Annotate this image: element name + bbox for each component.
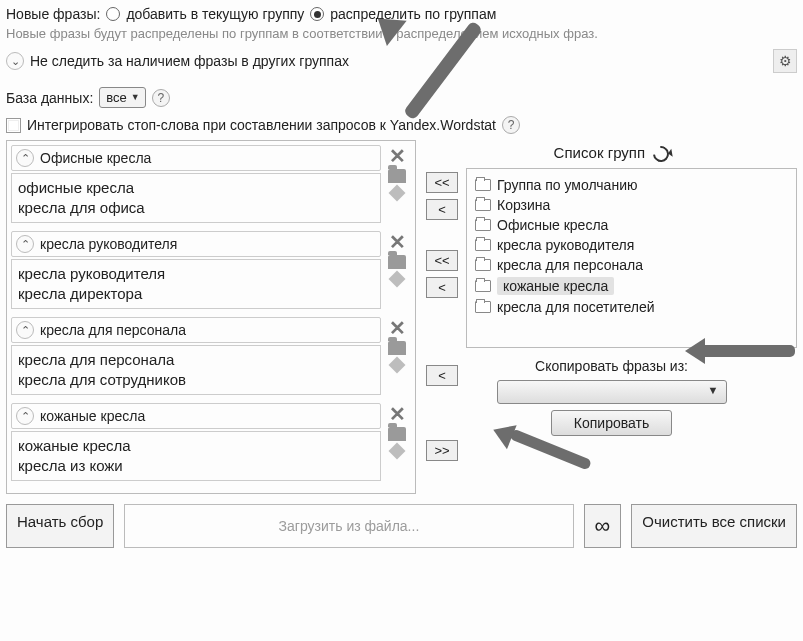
database-select[interactable]: все [99, 87, 146, 108]
folder-icon[interactable] [388, 427, 406, 441]
group-tree[interactable]: Группа по умолчанию Корзина Офисные крес… [466, 168, 797, 348]
radio-distribute-label: распределить по группам [330, 6, 496, 22]
integrate-stopwords-label: Интегрировать стоп-слова при составлении… [27, 117, 496, 133]
diamond-icon[interactable] [389, 185, 406, 202]
help-icon[interactable]: ? [152, 89, 170, 107]
group-header[interactable]: ⌃ кожаные кресла [11, 403, 381, 429]
group-header[interactable]: ⌃ Офисные кресла [11, 145, 381, 171]
diamond-icon[interactable] [389, 357, 406, 374]
close-icon[interactable]: ✕ [389, 319, 406, 337]
new-phrases-row: Новые фразы: добавить в текущую группу р… [6, 6, 797, 22]
folder-icon [475, 280, 491, 292]
folder-icon [475, 301, 491, 313]
radio-add-to-current[interactable] [106, 7, 120, 21]
phrase-group: ⌃ кожаные кресла кожаные кресла кресла и… [11, 403, 411, 481]
diamond-icon[interactable] [389, 271, 406, 288]
folder-icon [475, 259, 491, 271]
phrase-textarea[interactable]: кожаные кресла кресла из кожи [11, 431, 381, 481]
folder-icon[interactable] [388, 341, 406, 355]
chevron-up-icon[interactable]: ⌃ [16, 149, 34, 167]
phrase-textarea[interactable]: кресла для персонала кресла для сотрудни… [11, 345, 381, 395]
move-all-left-button[interactable]: << [426, 250, 458, 271]
copy-button[interactable]: Копировать [551, 410, 672, 436]
radio-add-to-current-label: добавить в текущую группу [126, 6, 304, 22]
group-title: кожаные кресла [40, 408, 376, 424]
start-collect-button[interactable]: Начать сбор [6, 504, 114, 548]
groups-list-panel: Список групп << < << < Группа по умолчан… [426, 140, 797, 494]
tree-item: кресла для персонала [475, 255, 788, 275]
help-icon[interactable]: ? [502, 116, 520, 134]
gear-icon: ⚙ [779, 53, 792, 69]
database-row: База данных: все ? [6, 87, 797, 108]
phrase-groups-panel: ⌃ Офисные кресла офисные кресла кресла д… [6, 140, 416, 494]
phrase-group: ⌃ Офисные кресла офисные кресла кресла д… [11, 145, 411, 223]
folder-icon [475, 199, 491, 211]
tree-item: Офисные кресла [475, 215, 788, 235]
group-title: кресла руководителя [40, 236, 376, 252]
group-title: Офисные кресла [40, 150, 376, 166]
chevron-up-icon[interactable]: ⌃ [16, 321, 34, 339]
dont-track-label: Не следить за наличием фразы в других гр… [30, 53, 349, 69]
database-label: База данных: [6, 90, 93, 106]
move-left-button[interactable]: < [426, 199, 458, 220]
chevron-up-icon[interactable]: ⌃ [16, 235, 34, 253]
folder-icon [475, 239, 491, 251]
tree-item: кожаные кресла [475, 275, 788, 297]
phrase-textarea[interactable]: офисные кресла кресла для офиса [11, 173, 381, 223]
distribute-hint: Новые фразы будут распределены по группа… [6, 26, 797, 41]
folder-icon[interactable] [388, 169, 406, 183]
move-all-left-button[interactable]: << [426, 172, 458, 193]
move-all-right-button[interactable]: >> [426, 440, 458, 461]
settings-button[interactable]: ⚙ [773, 49, 797, 73]
chevron-down-icon[interactable]: ⌄ [6, 52, 24, 70]
folder-icon [475, 219, 491, 231]
close-icon[interactable]: ✕ [389, 233, 406, 251]
group-title: кресла для персонала [40, 322, 376, 338]
share-icon: ∞ [595, 513, 611, 538]
close-icon[interactable]: ✕ [389, 147, 406, 165]
load-from-file-button[interactable]: Загрузить из файла... [124, 504, 573, 548]
move-left-button[interactable]: < [426, 277, 458, 298]
group-header[interactable]: ⌃ кресла для персонала [11, 317, 381, 343]
move-left-button[interactable]: < [426, 365, 458, 386]
copy-from-select[interactable] [497, 380, 727, 404]
tree-item: кресла для посетителей [475, 297, 788, 317]
integrate-stopwords-checkbox[interactable] [6, 118, 21, 133]
move-buttons: << < << < [426, 168, 458, 348]
tree-item: Корзина [475, 195, 788, 215]
tree-item: Группа по умолчанию [475, 175, 788, 195]
tree-item: кресла руководителя [475, 235, 788, 255]
clear-all-button[interactable]: Очистить все списки [631, 504, 797, 548]
close-icon[interactable]: ✕ [389, 405, 406, 423]
folder-icon [475, 179, 491, 191]
diamond-icon[interactable] [389, 443, 406, 460]
copy-from-label: Скопировать фразы из: [426, 358, 797, 374]
group-list-title: Список групп [554, 144, 645, 161]
folder-icon[interactable] [388, 255, 406, 269]
group-header[interactable]: ⌃ кресла руководителя [11, 231, 381, 257]
phrase-group: ⌃ кресла руководителя кресла руководител… [11, 231, 411, 309]
chevron-up-icon[interactable]: ⌃ [16, 407, 34, 425]
phrase-textarea[interactable]: кресла руководителя кресла директора [11, 259, 381, 309]
share-button[interactable]: ∞ [584, 504, 622, 548]
new-phrases-label: Новые фразы: [6, 6, 100, 22]
radio-distribute[interactable] [310, 7, 324, 21]
reload-icon[interactable] [650, 143, 673, 166]
phrase-group: ⌃ кресла для персонала кресла для персон… [11, 317, 411, 395]
